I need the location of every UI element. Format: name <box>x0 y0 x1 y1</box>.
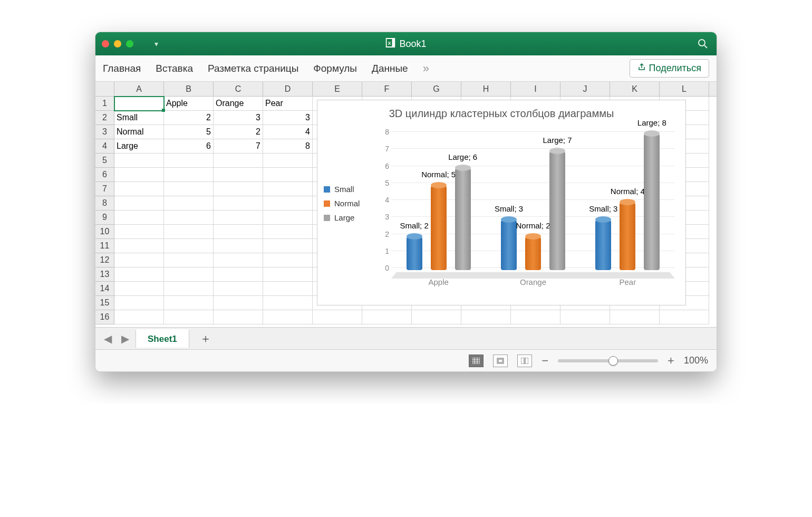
chart-bar[interactable]: Small; 3 <box>595 219 611 271</box>
cell[interactable] <box>114 267 164 282</box>
worksheet-area[interactable]: A B C D E F G H I J K L 1AppleOrangePear… <box>95 82 717 327</box>
cell[interactable]: 2 <box>164 111 214 125</box>
cell[interactable]: 6 <box>164 139 214 154</box>
cell[interactable]: Small <box>114 111 164 125</box>
cell[interactable] <box>412 310 461 324</box>
cell[interactable] <box>263 168 313 182</box>
cell[interactable]: 3 <box>263 111 313 125</box>
cell[interactable] <box>263 296 313 310</box>
row-header[interactable]: 6 <box>95 168 114 182</box>
cell[interactable] <box>263 239 313 253</box>
row-header[interactable]: 14 <box>95 282 114 296</box>
cell[interactable] <box>214 282 263 296</box>
cell[interactable] <box>313 310 362 324</box>
cell[interactable] <box>114 310 164 324</box>
cell[interactable] <box>263 282 313 296</box>
chart-object[interactable]: 3D цилиндр кластерных столбцов диаграммы… <box>317 100 686 305</box>
row-header[interactable]: 1 <box>95 97 114 111</box>
col-header[interactable]: J <box>560 82 610 96</box>
cell[interactable] <box>114 168 164 182</box>
next-sheet-button[interactable]: ▶ <box>118 332 132 345</box>
normal-view-button[interactable] <box>469 355 484 367</box>
cell[interactable] <box>114 253 164 267</box>
row-header[interactable]: 7 <box>95 182 114 196</box>
cell[interactable]: 4 <box>263 125 313 139</box>
cell[interactable] <box>164 225 214 239</box>
cell[interactable] <box>114 196 164 210</box>
cell[interactable] <box>114 282 164 296</box>
chart-bar[interactable]: Large; 6 <box>455 167 471 270</box>
cell[interactable] <box>511 310 560 324</box>
ribbon-tab-data[interactable]: Данные <box>372 63 408 74</box>
cell[interactable] <box>263 310 313 324</box>
cell[interactable]: Pear <box>263 97 313 111</box>
row-header[interactable]: 3 <box>95 125 114 139</box>
cell[interactable] <box>214 267 263 282</box>
ribbon-tab-home[interactable]: Главная <box>103 63 141 74</box>
cell[interactable] <box>164 182 214 196</box>
search-icon[interactable] <box>698 39 708 51</box>
zoom-in-button[interactable]: + <box>668 354 674 368</box>
col-header[interactable]: E <box>313 82 362 96</box>
cell[interactable] <box>114 210 164 225</box>
ribbon-tab-page-layout[interactable]: Разметка страницы <box>208 63 298 74</box>
col-header[interactable]: I <box>511 82 560 96</box>
cell[interactable] <box>114 154 164 168</box>
cell[interactable]: Large <box>114 139 164 154</box>
cell[interactable] <box>164 154 214 168</box>
col-header[interactable]: F <box>362 82 412 96</box>
row-header[interactable]: 11 <box>95 239 114 253</box>
cell[interactable] <box>164 310 214 324</box>
cell[interactable] <box>164 239 214 253</box>
cell[interactable] <box>164 196 214 210</box>
cell[interactable] <box>214 296 263 310</box>
zoom-slider[interactable] <box>558 359 658 362</box>
quick-access-toolbar[interactable]: ▾ <box>154 40 158 48</box>
page-layout-view-button[interactable] <box>493 355 508 367</box>
col-header[interactable]: C <box>214 82 263 96</box>
cell[interactable] <box>263 154 313 168</box>
zoom-slider-thumb[interactable] <box>608 356 618 366</box>
cell[interactable] <box>263 253 313 267</box>
cell[interactable] <box>461 310 511 324</box>
row-header[interactable]: 10 <box>95 225 114 239</box>
prev-sheet-button[interactable]: ◀ <box>101 332 115 345</box>
cell[interactable] <box>610 310 660 324</box>
cell[interactable] <box>214 182 263 196</box>
chart-bar[interactable]: Large; 7 <box>549 150 565 271</box>
cell[interactable]: 5 <box>164 125 214 139</box>
cell[interactable] <box>164 253 214 267</box>
cell[interactable] <box>560 310 610 324</box>
cell[interactable]: Normal <box>114 125 164 139</box>
cell[interactable] <box>263 182 313 196</box>
chart-bar[interactable]: Normal; 5 <box>431 185 447 271</box>
cell[interactable]: 8 <box>263 139 313 154</box>
ribbon-tab-insert[interactable]: Вставка <box>156 63 193 74</box>
cell[interactable] <box>114 225 164 239</box>
cell[interactable] <box>114 97 164 111</box>
cell[interactable] <box>214 196 263 210</box>
cell[interactable] <box>214 310 263 324</box>
cell[interactable] <box>263 225 313 239</box>
cell[interactable] <box>114 239 164 253</box>
maximize-window-button[interactable] <box>126 40 133 47</box>
cell[interactable] <box>263 196 313 210</box>
chart-bar[interactable]: Normal; 4 <box>620 202 635 270</box>
cell[interactable] <box>164 168 214 182</box>
select-all-corner[interactable] <box>95 82 114 96</box>
row-header[interactable]: 4 <box>95 139 114 154</box>
cell[interactable] <box>660 310 709 324</box>
cell[interactable] <box>263 210 313 225</box>
qat-dropdown-icon[interactable]: ▾ <box>154 40 158 48</box>
cell[interactable]: Apple <box>164 97 214 111</box>
close-window-button[interactable] <box>102 40 109 47</box>
cell[interactable] <box>214 239 263 253</box>
cell[interactable] <box>214 225 263 239</box>
cell[interactable] <box>164 210 214 225</box>
ribbon-tab-formulas[interactable]: Формулы <box>313 63 357 74</box>
zoom-level[interactable]: 100% <box>684 355 708 366</box>
row-header[interactable]: 13 <box>95 267 114 282</box>
row-header[interactable]: 12 <box>95 253 114 267</box>
cell[interactable] <box>214 154 263 168</box>
row-header[interactable]: 8 <box>95 196 114 210</box>
